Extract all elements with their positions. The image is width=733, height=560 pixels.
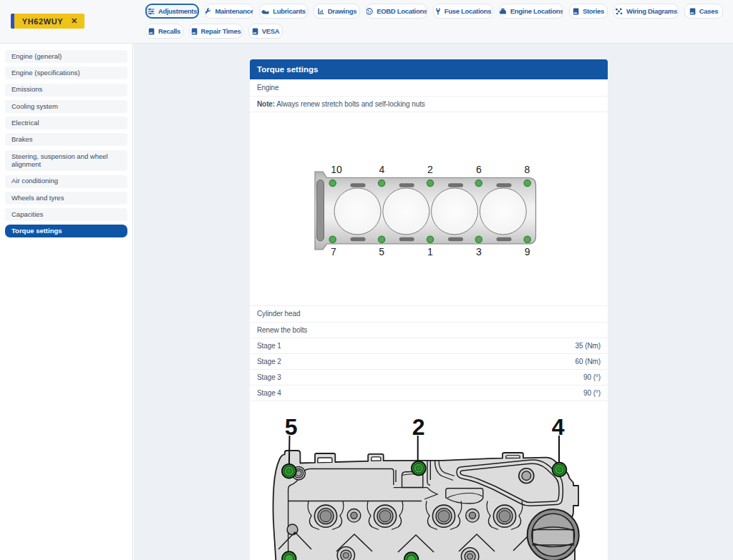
- svg-text:5: 5: [379, 246, 384, 257]
- svg-text:1: 1: [427, 246, 433, 257]
- svg-text:6: 6: [476, 164, 482, 175]
- svg-text:4: 4: [379, 164, 385, 175]
- svg-text:2: 2: [427, 164, 433, 175]
- svg-text:5: 5: [285, 414, 298, 440]
- svg-text:3: 3: [476, 246, 482, 257]
- svg-text:10: 10: [331, 164, 342, 175]
- svg-text:9: 9: [525, 246, 530, 257]
- svg-text:7: 7: [331, 246, 336, 257]
- svg-text:8: 8: [525, 164, 530, 175]
- svg-text:2: 2: [412, 414, 425, 440]
- svg-text:4: 4: [552, 414, 565, 440]
